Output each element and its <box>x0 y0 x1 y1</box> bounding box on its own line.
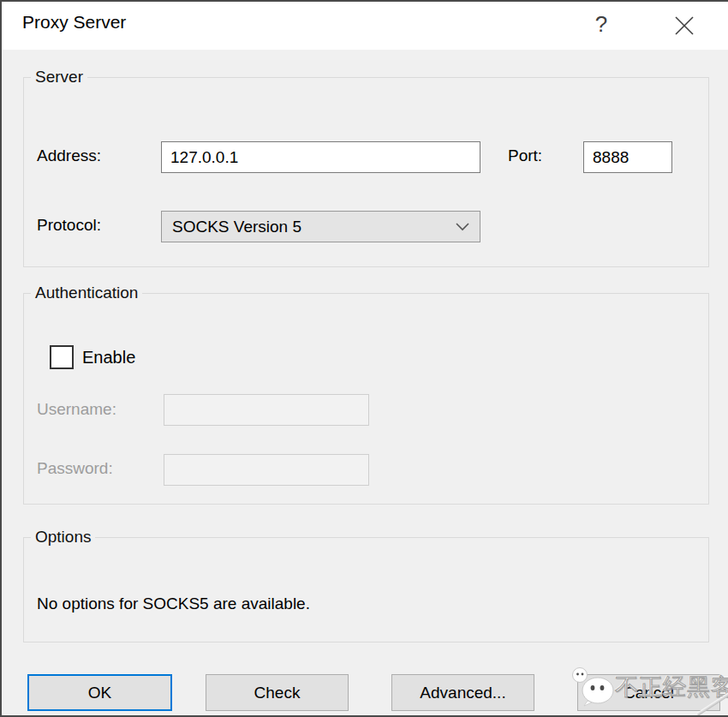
help-icon: ? <box>595 11 607 38</box>
advanced-button-label: Advanced... <box>420 684 505 702</box>
enable-checkbox-label[interactable]: Enable <box>82 348 135 367</box>
help-button[interactable]: ? <box>586 5 617 43</box>
ok-button-label: OK <box>88 684 111 702</box>
check-button[interactable]: Check <box>206 674 349 711</box>
address-input[interactable] <box>161 141 480 173</box>
dialog-title: Proxy Server <box>22 12 126 33</box>
options-group-legend: Options <box>31 528 95 547</box>
username-input[interactable] <box>164 394 369 426</box>
server-group-legend: Server <box>31 68 87 87</box>
cancel-button-label: Cancel <box>624 684 674 702</box>
protocol-dropdown[interactable]: SOCKS Version 5 <box>161 211 480 242</box>
check-button-label: Check <box>254 684 301 702</box>
username-label: Username: <box>37 400 116 419</box>
port-input[interactable] <box>583 141 672 173</box>
address-label: Address: <box>37 146 101 165</box>
chevron-down-icon <box>456 223 469 231</box>
server-group: Server Address: Port: Protocol: SOCKS Ve… <box>23 68 709 267</box>
port-label: Port: <box>508 146 542 165</box>
protocol-selected-value: SOCKS Version 5 <box>172 218 456 236</box>
close-icon <box>673 15 695 37</box>
authentication-group: Authentication Enable Username: Password… <box>23 284 709 505</box>
advanced-button[interactable]: Advanced... <box>391 674 534 711</box>
cancel-button[interactable]: Cancel <box>577 674 720 711</box>
protocol-label: Protocol: <box>37 216 101 235</box>
proxy-server-dialog: Proxy Server ? Server Address: Port: Pro… <box>0 0 728 717</box>
close-button[interactable] <box>666 9 702 43</box>
titlebar: Proxy Server ? <box>2 2 728 50</box>
authentication-group-legend: Authentication <box>31 284 142 302</box>
options-group: Options No options for SOCKS5 are availa… <box>23 528 709 642</box>
password-input[interactable] <box>164 454 369 486</box>
enable-checkbox[interactable] <box>50 345 74 369</box>
password-label: Password: <box>37 459 113 478</box>
options-message: No options for SOCKS5 are available. <box>37 595 310 613</box>
ok-button[interactable]: OK <box>27 674 172 711</box>
